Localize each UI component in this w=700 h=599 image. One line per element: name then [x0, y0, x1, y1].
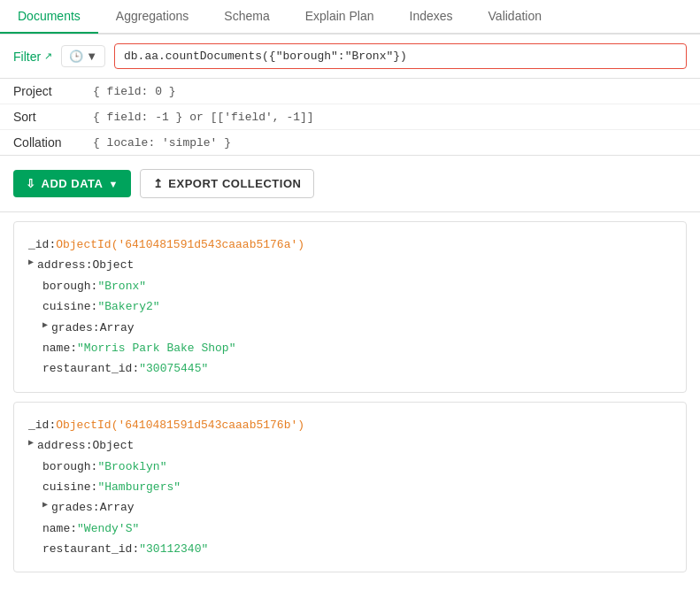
doc1-address-key: address: [37, 255, 92, 275]
project-value: { field: 0 } [93, 85, 176, 98]
doc2-restaurant-id-key: restaurant_id: [42, 539, 139, 559]
doc2-borough-key: borough: [42, 457, 97, 477]
doc2-address-value: Object [92, 435, 134, 456]
collation-row: Collation { locale: 'simple' } [0, 130, 700, 155]
doc1-cuisine-value: "Bakery2" [97, 296, 159, 317]
query-fields-section: Project { field: 0 } Sort { field: -1 } … [0, 79, 700, 156]
doc2-grades-value: Array [100, 497, 135, 518]
doc1-restaurant-id-key: restaurant_id: [42, 358, 139, 379]
doc1-cuisine-key: cuisine: [42, 296, 97, 317]
doc2-cuisine-key: cuisine: [42, 477, 97, 497]
document-card-1: _id: ObjectId('6410481591d543caaab5176a'… [13, 221, 687, 393]
tab-schema[interactable]: Schema [206, 0, 287, 34]
doc1-address-value: Object [92, 255, 134, 275]
doc2-address-row: ▶ address: Object [28, 435, 672, 456]
doc2-cuisine-value: "Hamburgers" [97, 477, 181, 497]
doc1-cuisine-row: cuisine: "Bakery2" [28, 296, 672, 317]
download-icon: ⇩ [26, 177, 36, 190]
tab-indexes[interactable]: Indexes [392, 0, 471, 34]
clock-icon: 🕒 [69, 50, 83, 63]
doc2-address-key: address: [37, 435, 92, 456]
export-icon: ↥ [153, 177, 164, 190]
clock-history-button[interactable]: 🕒 ▼ [61, 45, 105, 67]
add-data-button[interactable]: ⇩ ADD DATA ▼ [13, 170, 131, 197]
doc1-restaurant-id-value: "30075445" [139, 358, 208, 379]
sort-row: Sort { field: -1 } or [['field', -1]] [0, 104, 700, 130]
doc1-id-value: ObjectId('6410481591d543caaab5176a') [56, 234, 304, 255]
project-label: Project [13, 84, 93, 98]
doc1-borough-key: borough: [42, 276, 97, 296]
tab-validation[interactable]: Validation [471, 0, 559, 34]
dropdown-arrow-icon: ▼ [86, 50, 97, 63]
add-data-label: ADD DATA [42, 177, 104, 190]
expand-grades-2-icon[interactable]: ▶ [42, 497, 48, 513]
doc1-grades-value: Array [100, 318, 135, 338]
export-collection-button[interactable]: ↥ EXPORT COLLECTION [140, 169, 315, 198]
sort-value: { field: -1 } or [['field', -1]] [93, 111, 314, 124]
expand-address-1-icon[interactable]: ▶ [28, 255, 34, 271]
add-data-chevron-icon: ▼ [108, 179, 118, 189]
doc1-id-row: _id: ObjectId('6410481591d543caaab5176a'… [28, 234, 672, 255]
tab-bar: Documents Aggregations Schema Explain Pl… [0, 0, 700, 35]
doc2-name-key: name: [42, 518, 77, 539]
tab-documents[interactable]: Documents [0, 0, 98, 34]
doc1-grades-row: ▶ grades: Array [28, 318, 672, 338]
or-keyword: or [189, 111, 204, 124]
doc1-borough-value: "Bronx" [97, 276, 146, 296]
doc2-restaurant-id-value: "30112340" [139, 539, 208, 559]
doc2-id-value: ObjectId('6410481591d543caaab5176b') [56, 415, 304, 435]
collation-label: Collation [13, 135, 93, 150]
project-row: Project { field: 0 } [0, 79, 700, 104]
action-bar: ⇩ ADD DATA ▼ ↥ EXPORT COLLECTION [0, 156, 700, 212]
doc2-borough-row: borough: "Brooklyn" [28, 457, 672, 477]
expand-grades-1-icon[interactable]: ▶ [42, 318, 48, 334]
doc2-grades-row: ▶ grades: Array [28, 497, 672, 518]
doc2-cuisine-row: cuisine: "Hamburgers" [28, 477, 672, 497]
documents-area: _id: ObjectId('6410481591d543caaab5176a'… [0, 212, 700, 581]
doc1-name-value: "Morris Park Bake Shop" [77, 338, 235, 358]
doc2-restaurant-id-row: restaurant_id: "30112340" [28, 539, 672, 559]
doc2-name-value: "Wendy'S" [77, 518, 139, 539]
doc2-id-row: _id: ObjectId('6410481591d543caaab5176b'… [28, 415, 672, 435]
doc1-address-row: ▶ address: Object [28, 255, 672, 275]
query-input[interactable] [114, 43, 687, 69]
doc2-id-key: _id: [28, 415, 56, 435]
document-card-2: _id: ObjectId('6410481591d543caaab5176b'… [13, 402, 687, 573]
external-link-icon: ↗ [44, 50, 52, 62]
tab-aggregations[interactable]: Aggregations [98, 0, 207, 34]
filter-bar: Filter ↗ 🕒 ▼ [0, 35, 700, 79]
doc1-id-key: _id: [28, 234, 56, 255]
doc2-name-row: name: "Wendy'S" [28, 518, 672, 539]
doc2-grades-key: grades: [51, 497, 100, 518]
collation-value: { locale: 'simple' } [93, 136, 231, 150]
doc1-grades-key: grades: [51, 318, 100, 338]
doc1-name-row: name: "Morris Park Bake Shop" [28, 338, 672, 358]
expand-address-2-icon[interactable]: ▶ [28, 435, 34, 451]
tab-explain-plan[interactable]: Explain Plan [288, 0, 392, 34]
doc1-name-key: name: [42, 338, 77, 358]
sort-label: Sort [13, 110, 93, 124]
filter-label[interactable]: Filter ↗ [13, 50, 52, 64]
export-label: EXPORT COLLECTION [168, 177, 301, 190]
filter-text: Filter [13, 50, 41, 64]
doc1-restaurant-id-row: restaurant_id: "30075445" [28, 358, 672, 379]
doc1-borough-row: borough: "Bronx" [28, 276, 672, 296]
doc2-borough-value: "Brooklyn" [97, 457, 166, 477]
